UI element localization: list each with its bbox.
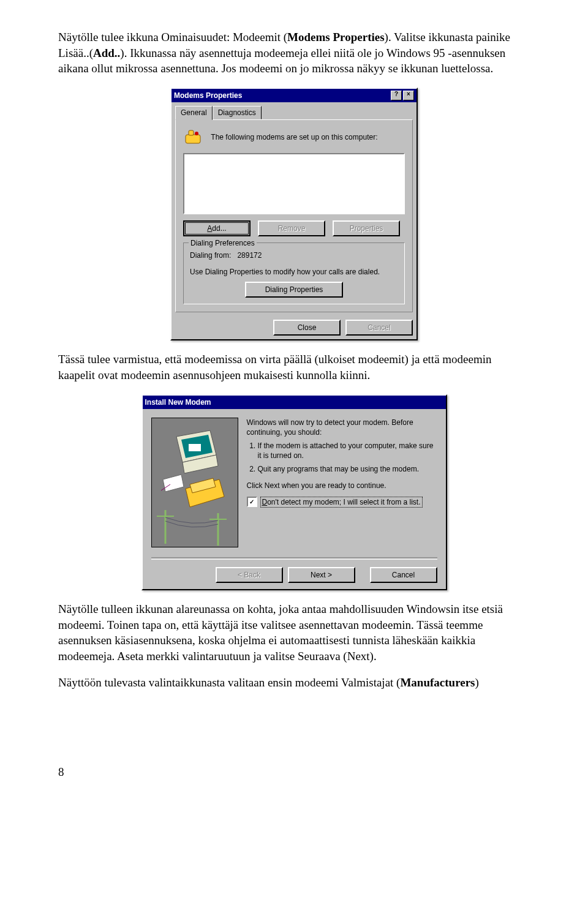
help-icon[interactable]: ? (391, 91, 402, 100)
dialing-help-text: Use Dialing Properties to modify how you… (190, 267, 398, 277)
remove-button: Remove (258, 220, 325, 236)
dialing-properties-button[interactable]: Dialing Properties (245, 282, 343, 298)
cancel-button: Cancel (345, 320, 413, 336)
dialing-preferences-group: Dialing Preferences Dialing from: 289172… (183, 242, 405, 304)
paragraph-2: Tässä tulee varmistua, että modeemissa o… (58, 351, 530, 383)
dont-detect-checkbox[interactable]: ✓ Don't detect my modem; I will select i… (247, 497, 437, 508)
close-button[interactable]: Close (273, 320, 341, 336)
svg-rect-1 (189, 130, 194, 135)
next-button[interactable]: Next > (288, 567, 355, 583)
close-icon[interactable]: × (403, 91, 414, 100)
wizard-continue: Click Next when you are ready to continu… (247, 481, 437, 490)
add-button[interactable]: AAdd...dd... (183, 220, 251, 236)
svg-rect-6 (189, 444, 201, 451)
wizard-intro: Windows will now try to detect your mode… (247, 418, 437, 437)
tab-general[interactable]: General (175, 106, 213, 120)
dialing-from-label: Dialing from: (190, 251, 231, 260)
install-new-modem-dialog: Install New Modem Windows will now try t… (141, 394, 447, 590)
window-title: Install New Modem (145, 397, 443, 407)
checkbox-label: Don't detect my modem; I will select it … (260, 497, 423, 508)
tab-diagnostics[interactable]: Diagnostics (213, 106, 262, 119)
cancel-button[interactable]: Cancel (370, 567, 437, 583)
svg-point-2 (195, 132, 198, 135)
tabstrip: General Diagnostics (172, 102, 417, 119)
paragraph-4: Näyttöön tulevasta valintaikkunasta vali… (58, 675, 530, 691)
wizard-step-1: If the modem is attached to your compute… (258, 441, 437, 460)
page-number: 8 (58, 764, 530, 780)
titlebar[interactable]: Modems Properties ? × (172, 89, 417, 102)
paragraph-3: Näytölle tulleen ikkunan alareunassa on … (58, 601, 530, 664)
wizard-step-2: Quit any programs that may be using the … (258, 464, 437, 474)
tab-panel: The following modems are set up on this … (175, 119, 413, 312)
modem-list-desc: The following modems are set up on this … (211, 132, 394, 142)
modems-properties-dialog: Modems Properties ? × General Diagnostic… (170, 88, 418, 340)
group-label: Dialing Preferences (189, 238, 257, 248)
checkbox-icon: ✓ (247, 497, 257, 507)
titlebar[interactable]: Install New Modem (143, 396, 446, 409)
wizard-illustration (151, 418, 238, 547)
svg-rect-0 (186, 135, 200, 143)
separator (151, 557, 437, 560)
dialing-from-value: 289172 (237, 251, 262, 260)
paragraph-1: Näytölle tulee ikkuna Ominaisuudet: Mode… (58, 29, 530, 77)
wizard-text: Windows will now try to detect your mode… (247, 418, 437, 547)
window-title: Modems Properties (174, 91, 390, 100)
back-button: < Back (216, 567, 283, 583)
properties-button: Properties (333, 220, 400, 236)
modem-listbox[interactable] (183, 153, 405, 214)
phone-modem-icon (183, 127, 203, 147)
